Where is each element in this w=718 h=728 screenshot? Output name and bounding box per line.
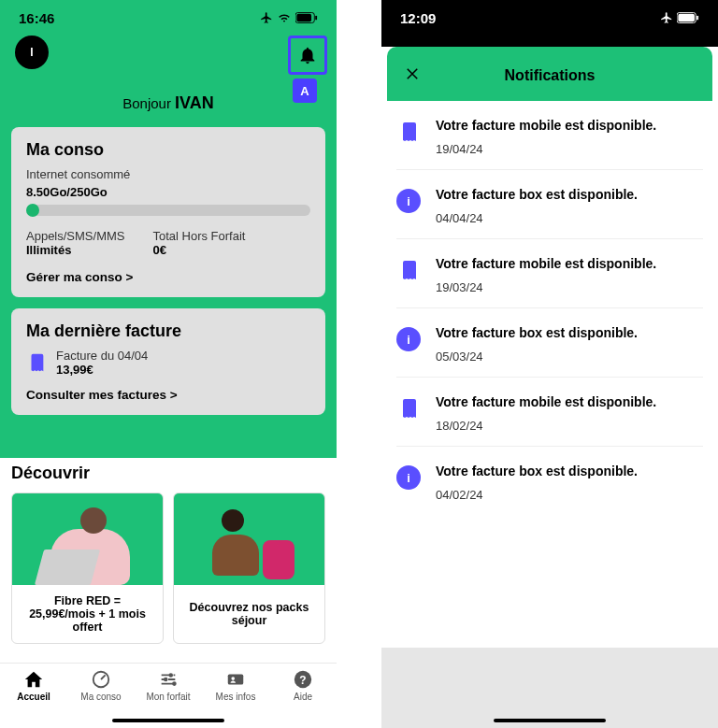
id-card-icon bbox=[225, 669, 246, 690]
header-area: 16:46 I A Bonjour IVAN Ma conso Internet… bbox=[0, 0, 337, 458]
battery-icon bbox=[677, 12, 699, 23]
bell-icon bbox=[297, 45, 318, 65]
calls-label: Appels/SMS/MMS bbox=[26, 229, 124, 243]
notifications-title: Notifications bbox=[404, 67, 696, 84]
notification-text: Votre facture mobile est disponible.18/0… bbox=[436, 394, 656, 433]
invoice-link[interactable]: Consulter mes factures > bbox=[26, 388, 310, 402]
status-time: 12:09 bbox=[400, 10, 436, 26]
notification-item[interactable]: iVotre facture box est disponible.04/02/… bbox=[396, 447, 703, 515]
invoice-line1: Facture du 04/04 bbox=[56, 349, 148, 363]
conso-title: Ma conso bbox=[26, 140, 310, 160]
avatar[interactable]: I bbox=[15, 36, 49, 69]
airplane-icon bbox=[660, 11, 673, 24]
home-indicator bbox=[112, 719, 224, 722]
notifications-header: Notifications bbox=[387, 47, 712, 101]
notification-message: Votre facture mobile est disponible. bbox=[436, 256, 656, 271]
svg-point-6 bbox=[173, 682, 176, 685]
status-bar: 16:46 bbox=[0, 0, 337, 28]
promo-fibre[interactable]: Fibre RED = 25,99€/mois + 1 mois offert bbox=[11, 492, 164, 644]
invoice-title: Ma dernière facture bbox=[26, 321, 310, 341]
svg-rect-2 bbox=[315, 16, 317, 21]
notification-message: Votre facture box est disponible. bbox=[436, 464, 638, 478]
promo-packs-text: Découvrez nos packs séjour bbox=[174, 585, 324, 643]
info-icon: i bbox=[396, 465, 421, 490]
svg-rect-7 bbox=[228, 675, 244, 685]
notification-message: Votre facture box est disponible. bbox=[436, 187, 638, 202]
help-icon: ? bbox=[293, 669, 313, 690]
col-offplan: Total Hors Forfait 0€ bbox=[152, 229, 245, 257]
notification-date: 19/03/24 bbox=[436, 280, 656, 294]
greeting-prefix: Bonjour bbox=[122, 95, 171, 111]
notification-item[interactable]: Votre facture mobile est disponible.19/0… bbox=[396, 101, 703, 170]
offplan-value: 0€ bbox=[152, 243, 245, 257]
notification-message: Votre facture box est disponible. bbox=[436, 325, 638, 340]
bottom-gray-bar bbox=[381, 648, 718, 728]
notification-text: Votre facture mobile est disponible.19/0… bbox=[436, 118, 656, 156]
notification-text: Votre facture mobile est disponible.19/0… bbox=[436, 256, 656, 294]
notifications-button[interactable] bbox=[288, 36, 327, 75]
promo-image-laptop bbox=[12, 493, 163, 585]
tab-bar: Accueil Ma conso Mon forfait Mes infos ?… bbox=[0, 663, 337, 728]
sliders-icon bbox=[158, 669, 179, 690]
invoice-amount: 13,99€ bbox=[56, 363, 148, 377]
home-icon bbox=[23, 669, 44, 690]
notification-date: 19/04/24 bbox=[436, 142, 656, 156]
info-icon: i bbox=[396, 189, 421, 213]
conso-cols: Appels/SMS/MMS Illimités Total Hors Forf… bbox=[26, 229, 310, 257]
status-bar: 12:09 bbox=[381, 0, 718, 28]
discover-title: Découvrir bbox=[11, 464, 325, 483]
notification-item[interactable]: Votre facture mobile est disponible.19/0… bbox=[396, 239, 703, 308]
screen-home: 16:46 I A Bonjour IVAN Ma conso Internet… bbox=[0, 0, 337, 728]
airplane-icon bbox=[260, 11, 273, 24]
status-icons bbox=[660, 11, 699, 24]
progress-thumb bbox=[26, 204, 39, 217]
notification-text: Votre facture box est disponible.04/04/2… bbox=[436, 187, 638, 225]
conso-manage-link[interactable]: Gérer ma conso > bbox=[26, 270, 310, 284]
notification-message: Votre facture mobile est disponible. bbox=[436, 118, 656, 133]
invoice-text: Facture du 04/04 13,99€ bbox=[56, 349, 148, 377]
close-button[interactable] bbox=[404, 65, 421, 86]
conso-internet-label: Internet consommé bbox=[26, 167, 310, 181]
discover-section: Découvrir Fibre RED = 25,99€/mois + 1 mo… bbox=[0, 458, 337, 644]
status-time: 16:46 bbox=[19, 10, 54, 26]
tab-accueil[interactable]: Accueil bbox=[4, 669, 64, 702]
promo-packs[interactable]: Découvrez nos packs séjour bbox=[173, 492, 325, 644]
tab-infos[interactable]: Mes infos bbox=[206, 669, 266, 702]
notification-item[interactable]: Votre facture mobile est disponible.18/0… bbox=[396, 378, 703, 447]
greeting-name: IVAN bbox=[175, 93, 214, 112]
wifi-icon bbox=[277, 11, 292, 24]
tab-forfait-label: Mon forfait bbox=[146, 692, 190, 702]
card-conso[interactable]: Ma conso Internet consommé 8.50Go/250Go … bbox=[11, 127, 325, 297]
notification-date: 04/02/24 bbox=[436, 488, 638, 502]
calls-value: Illimités bbox=[26, 243, 124, 257]
info-icon: i bbox=[396, 327, 421, 351]
tab-forfait[interactable]: Mon forfait bbox=[138, 669, 198, 702]
gauge-icon bbox=[91, 669, 111, 690]
notification-date: 05/03/24 bbox=[436, 350, 638, 364]
header-row: I A bbox=[0, 28, 337, 103]
card-invoice[interactable]: Ma dernière facture Facture du 04/04 13,… bbox=[11, 308, 325, 415]
receipt-icon bbox=[396, 396, 421, 421]
screen-notifications: 12:09 Notifications Votre facture mobile… bbox=[381, 0, 718, 728]
notification-item[interactable]: iVotre facture box est disponible.05/03/… bbox=[396, 308, 703, 378]
svg-point-8 bbox=[231, 677, 235, 680]
tab-conso[interactable]: Ma conso bbox=[71, 669, 131, 702]
battery-icon bbox=[295, 12, 318, 23]
notification-item[interactable]: iVotre facture box est disponible.04/04/… bbox=[396, 170, 703, 239]
notifications-list[interactable]: Votre facture mobile est disponible.19/0… bbox=[381, 101, 718, 515]
tab-aide[interactable]: ? Aide bbox=[273, 669, 333, 702]
svg-point-5 bbox=[165, 678, 167, 681]
notification-text: Votre facture box est disponible.04/02/2… bbox=[436, 464, 638, 502]
tab-aide-label: Aide bbox=[294, 692, 312, 702]
close-icon bbox=[404, 65, 421, 82]
receipt-icon bbox=[396, 258, 421, 282]
tab-infos-label: Mes infos bbox=[216, 692, 256, 702]
notification-text: Votre facture box est disponible.05/03/2… bbox=[436, 325, 638, 364]
svg-rect-13 bbox=[696, 16, 698, 21]
tab-accueil-label: Accueil bbox=[17, 692, 50, 702]
notif-stack: A bbox=[288, 36, 327, 103]
home-indicator bbox=[494, 719, 606, 722]
promo-fibre-text: Fibre RED = 25,99€/mois + 1 mois offert bbox=[12, 585, 163, 643]
badge-a: A bbox=[293, 79, 317, 103]
svg-rect-12 bbox=[678, 14, 695, 21]
